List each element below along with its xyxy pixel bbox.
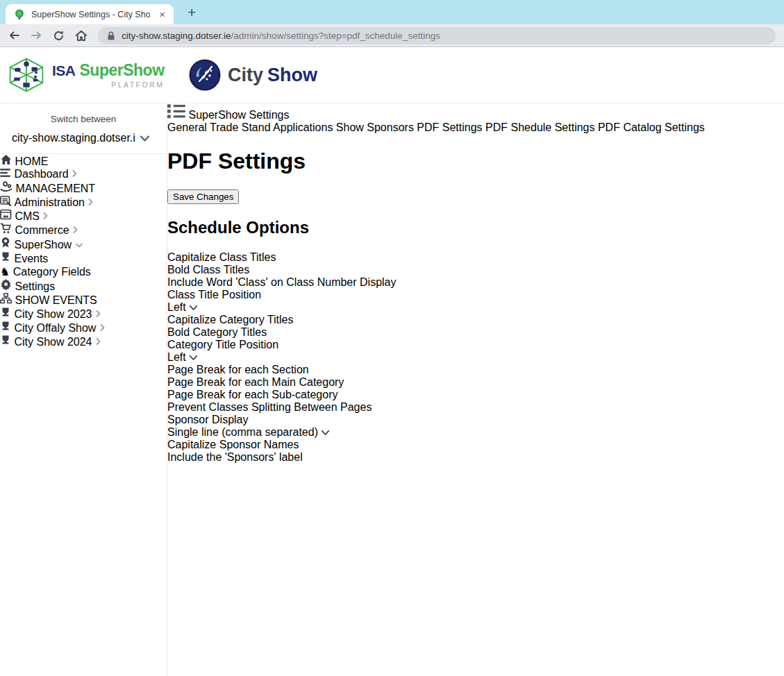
sidebar-item-city-offaly-show[interactable]: City Offaly Show — [0, 321, 167, 335]
management-icon — [0, 183, 15, 194]
site-selector-value: city-show.staging.dotser.i — [12, 132, 135, 144]
browser-tab-bar: SuperShow Settings - City Show × + — [0, 0, 784, 24]
sidebar-nav: HOME Dashboard MANAGEMENT — [0, 154, 167, 348]
sidebar-section-show-events[interactable]: SHOW EVENTS — [0, 293, 167, 307]
tab-show-sponsors[interactable]: Show Sponsors — [336, 121, 414, 133]
url-text: city-show.staging.dotser.ie/admin/show/s… — [122, 31, 440, 41]
favicon-medal-icon — [14, 9, 25, 20]
cart-icon — [0, 224, 15, 236]
option-capitalize-class-titles: Capitalize Class Titles — [167, 251, 705, 264]
tab-close-icon[interactable]: × — [156, 8, 168, 20]
sidebar-item-dashboard[interactable]: Dashboard — [0, 168, 167, 180]
sidebar-item-city-show-2023[interactable]: City Show 2023 — [0, 307, 167, 321]
city-show-badge-icon — [189, 59, 221, 91]
forward-icon[interactable] — [31, 30, 42, 41]
schedule-options-heading: Schedule Options — [167, 218, 705, 237]
option-capitalize-sponsor-names: Capitalize Sponsor Names — [167, 439, 705, 451]
tab-pdf-catalog-settings[interactable]: PDF Catalog Settings — [598, 121, 705, 133]
isa-supershow-logo[interactable]: ISA SuperShow PLATFORM — [0, 56, 172, 94]
sitemap-icon — [0, 294, 15, 306]
sidebar-item-cms[interactable]: CMS — [0, 209, 167, 223]
main-panel: SuperShow Settings General Trade Stand A… — [167, 103, 705, 676]
url-path: /admin/show/settings?step=pdf_schedule_s… — [231, 31, 440, 41]
sidebar-item-city-show-2024[interactable]: City Show 2024 — [0, 335, 167, 348]
chevron-down-icon — [75, 242, 83, 248]
chevron-down-icon — [321, 430, 330, 436]
settings-topbar: SuperShow Settings — [167, 103, 705, 121]
site-selector[interactable]: city-show.staging.dotser.i — [0, 132, 167, 154]
sidebar: Switch between city-show.staging.dotser.… — [0, 103, 167, 676]
category-title-position-label: Category Title Position — [167, 339, 705, 351]
trophy-icon — [0, 322, 14, 334]
settings-content: PDF Settings Save Changes Schedule Optio… — [167, 149, 705, 463]
option-include-sponsors-label: Include the 'Sponsors' label — [167, 451, 705, 464]
category-title-position-select[interactable]: Left — [167, 351, 705, 364]
isa-logo-text: ISA SuperShow PLATFORM — [52, 61, 165, 89]
lock-icon — [106, 31, 116, 41]
cms-icon — [0, 210, 15, 222]
list-icon[interactable] — [167, 103, 185, 119]
home-icon — [0, 155, 15, 167]
sidebar-section-management[interactable]: MANAGEMENT — [0, 180, 167, 195]
address-bar[interactable]: city-show.staging.dotser.ie/admin/show/s… — [98, 27, 776, 44]
settings-tabstrip: General Trade Stand Applications Show Sp… — [167, 121, 705, 134]
sponsor-display-select[interactable]: Single line (comma separated) — [167, 426, 705, 439]
switch-between-label: Switch between — [0, 114, 167, 124]
supershow-submenu: Events ♞ Category Fields Settings — [0, 251, 167, 293]
option-bold-class-titles: Bold Class Titles — [167, 264, 705, 276]
back-icon[interactable] — [8, 30, 20, 41]
sidebar-item-category-fields[interactable]: ♞ Category Fields — [0, 265, 167, 278]
save-changes-button[interactable]: Save Changes — [167, 189, 239, 204]
isa-logo-product: SuperShow — [80, 61, 165, 80]
show-word: Show — [267, 65, 317, 85]
chevron-right-icon — [72, 169, 78, 178]
isa-logo-name: ISA — [52, 62, 76, 79]
option-prevent-classes-splitting: Prevent Classes Splitting Between Pages — [167, 401, 705, 414]
sponsor-display-label: Sponsor Display — [167, 414, 705, 426]
browser-tab[interactable]: SuperShow Settings - City Show × — [6, 4, 174, 24]
sidebar-item-events[interactable]: Events — [0, 251, 167, 265]
reload-icon[interactable] — [53, 30, 65, 42]
option-include-word-class: Include Word 'Class' on Class Number Dis… — [167, 276, 705, 289]
administration-icon — [0, 196, 15, 208]
chevron-right-icon — [95, 337, 101, 346]
isa-hexagon-icon — [7, 56, 46, 94]
option-page-break-section: Page Break for each Section — [167, 364, 705, 376]
chevron-right-icon — [87, 198, 94, 206]
page-title: SuperShow Settings — [188, 109, 289, 121]
trophy-icon — [0, 308, 14, 320]
site-header: ISA SuperShow PLATFORM CityShow — [0, 47, 784, 103]
pdf-settings-heading: PDF Settings — [167, 149, 705, 174]
url-domain: city-show.staging.dotser.ie — [122, 31, 231, 41]
option-page-break-sub-category: Page Break for each Sub-category — [167, 389, 705, 401]
class-title-position-label: Class Title Position — [167, 289, 705, 301]
chevron-down-icon — [189, 355, 198, 361]
tab-pdf-shedule-settings[interactable]: PDF Shedule Settings — [485, 121, 594, 133]
gear-icon — [0, 280, 15, 292]
class-title-position-select[interactable]: Left — [167, 301, 705, 314]
home-icon[interactable] — [75, 30, 87, 42]
sidebar-item-administration[interactable]: Administration — [0, 195, 167, 209]
browser-toolbar: city-show.staging.dotser.ie/admin/show/s… — [0, 24, 784, 47]
dashboard-icon — [0, 168, 14, 180]
tab-general[interactable]: General — [167, 121, 207, 133]
new-tab-button[interactable]: + — [187, 4, 196, 21]
option-bold-category-titles: Bold Category Titles — [167, 326, 705, 339]
city-word: City — [228, 65, 263, 85]
sidebar-section-home[interactable]: HOME — [0, 154, 167, 168]
sidebar-item-supershow[interactable]: SuperShow — [0, 237, 167, 251]
city-show-logo[interactable]: CityShow — [189, 59, 317, 91]
chevron-right-icon — [72, 226, 78, 234]
city-show-logo-text: CityShow — [228, 65, 317, 86]
sidebar-item-settings[interactable]: Settings — [0, 278, 167, 293]
tab-title: SuperShow Settings - City Show — [31, 10, 150, 19]
knight-icon: ♞ — [0, 266, 10, 278]
chevron-down-icon — [140, 135, 150, 142]
trophy-icon — [0, 253, 14, 264]
option-capitalize-category-titles: Capitalize Category Titles — [167, 314, 705, 326]
tab-pdf-settings[interactable]: PDF Settings — [417, 121, 482, 133]
sidebar-item-commerce[interactable]: Commerce — [0, 223, 167, 237]
tab-trade-stand-applications[interactable]: Trade Stand Applications — [210, 121, 333, 133]
chevron-right-icon — [95, 310, 101, 318]
isa-logo-platform: PLATFORM — [52, 81, 165, 89]
